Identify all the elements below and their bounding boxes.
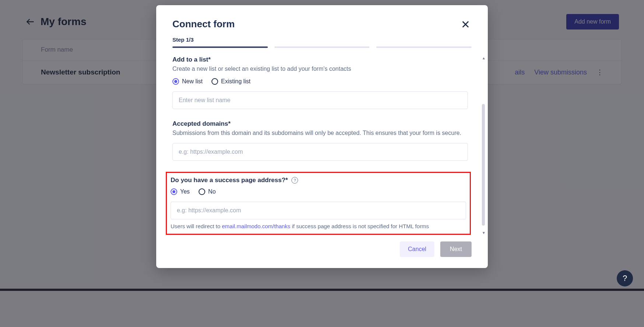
hint-prefix: Users will redirect to [171,223,222,229]
help-fab-icon: ? [623,274,627,283]
success-page-section: Do you have a success page address?* ? Y… [166,172,471,235]
modal-overlay: Connect form ✕ Step 1/3 ▲ ▼ Add to a lis… [0,0,644,327]
scroll-down-icon[interactable]: ▼ [482,231,486,235]
radio-existing-list-label: Existing list [221,78,251,85]
scroll-up-icon[interactable]: ▲ [482,56,486,60]
add-to-list-desc: Create a new list or select an existing … [172,66,468,72]
radio-yes-label: Yes [180,188,190,195]
step-bar-2 [274,46,370,48]
radio-no-label: No [208,188,216,195]
help-icon[interactable]: ? [291,177,298,184]
close-icon[interactable]: ✕ [461,19,470,30]
radio-new-list[interactable]: New list [172,78,203,85]
radio-new-list-label: New list [182,78,203,85]
cancel-button[interactable]: Cancel [400,241,434,257]
success-hint: Users will redirect to email.mailmodo.co… [171,223,466,229]
help-fab-button[interactable]: ? [617,270,633,286]
radio-selected-icon [171,188,177,195]
hint-suffix: if success page address is not specified… [290,223,429,229]
modal-title: Connect form [172,18,472,30]
radio-selected-icon [172,78,179,85]
accepted-domains-input[interactable] [172,143,468,161]
connect-form-modal: Connect form ✕ Step 1/3 ▲ ▼ Add to a lis… [156,5,488,268]
success-page-title: Do you have a success page address?* [171,177,288,184]
step-bar-1 [172,46,268,48]
hint-link[interactable]: email.mailmodo.com/thanks [222,223,290,229]
success-page-input[interactable] [171,202,466,219]
add-to-list-title: Add to a list* [172,56,468,63]
scrollbar-thumb[interactable] [482,104,485,226]
new-list-name-input[interactable] [172,91,468,109]
radio-success-no[interactable]: No [199,188,216,195]
accepted-domains-title: Accepted domains* [172,120,468,128]
step-indicator: Step 1/3 [172,36,472,43]
accepted-domains-desc: Submissions from this domain and its sub… [172,130,468,136]
radio-unselected-icon [211,78,218,85]
radio-success-yes[interactable]: Yes [171,188,190,195]
radio-unselected-icon [199,188,205,195]
step-bar-3 [376,46,472,48]
radio-existing-list[interactable]: Existing list [211,78,251,85]
next-button[interactable]: Next [440,241,472,257]
